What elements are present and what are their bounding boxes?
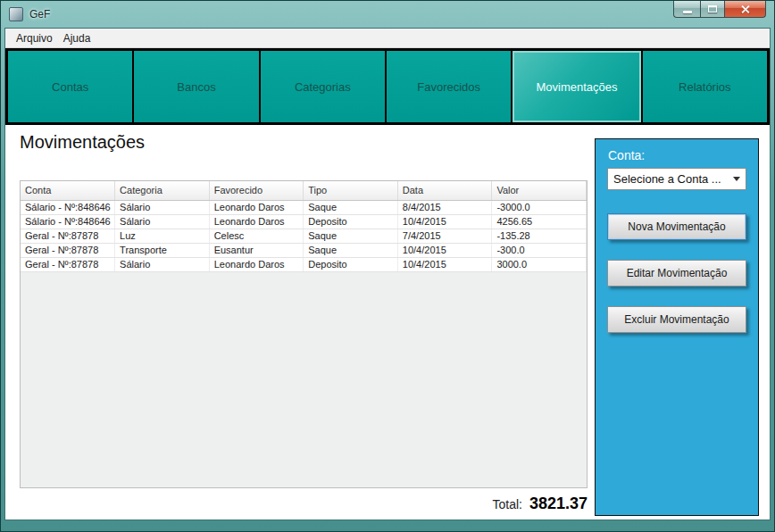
cell-conta: Sálario - Nº:848646: [21, 200, 115, 214]
tab-favorecidos[interactable]: Favorecidos: [387, 51, 511, 122]
cell-tipo: Deposito: [304, 214, 398, 229]
editar-movimentacao-button[interactable]: Editar Movimentação: [607, 260, 746, 287]
tab-bancos[interactable]: Bancos: [134, 51, 258, 122]
titlebar[interactable]: GeF: [1, 1, 774, 28]
col-header-conta[interactable]: Conta: [21, 181, 115, 200]
maximize-button[interactable]: [700, 1, 725, 18]
tab-categorias[interactable]: Categorias: [261, 51, 385, 122]
table-row[interactable]: Sálario - Nº:848646 Sálario Leonardo Dar…: [21, 200, 587, 214]
cell-categoria: Transporte: [115, 243, 210, 257]
client-area: Arquivo Ajuda Contas Bancos Categorias F…: [4, 28, 771, 520]
app-icon: [9, 7, 23, 21]
total-value: 3821.37: [529, 495, 588, 512]
cell-favorecido: Leonardo Daros: [209, 257, 304, 271]
cell-data: 10/4/2015: [397, 243, 492, 257]
main-content: Movimentações Conta Categoria Favorecido…: [5, 125, 770, 520]
nav-bar: Contas Bancos Categorias Favorecidos Mov…: [5, 48, 770, 125]
close-icon: [740, 4, 750, 14]
app-window: GeF Arquivo Ajuda Contas Bancos Categori…: [0, 0, 775, 532]
table-header-row: Conta Categoria Favorecido Tipo Data Val…: [21, 181, 587, 200]
nova-movimentacao-button[interactable]: Nova Movimentação: [607, 213, 746, 240]
tab-movimentacoes[interactable]: Movimentações: [512, 51, 640, 122]
cell-conta: Geral - Nº:87878: [21, 229, 115, 243]
cell-data: 10/4/2015: [397, 214, 492, 229]
cell-categoria: Sálario: [115, 257, 210, 271]
excluir-movimentacao-button[interactable]: Excluir Movimentação: [607, 306, 746, 333]
page-title: Movimentações: [20, 132, 145, 153]
chevron-down-icon: [733, 177, 740, 181]
conta-sidebar-panel: Conta: Selecione a Conta ... Nova Movime…: [595, 138, 759, 516]
tab-relatorios[interactable]: Relatórios: [643, 51, 767, 122]
conta-select[interactable]: Selecione a Conta ...: [607, 168, 746, 190]
cell-valor: 4256.65: [492, 214, 587, 229]
cell-categoria: Sálario: [115, 200, 210, 214]
table-row[interactable]: Sálario - Nº:848646 Sálario Leonardo Dar…: [21, 214, 587, 229]
col-header-data[interactable]: Data: [397, 181, 492, 200]
table-row[interactable]: Geral - Nº:87878 Luz Celesc Saque 7/4/20…: [21, 229, 587, 243]
movimentacoes-table-scrollpane: Conta Categoria Favorecido Tipo Data Val…: [20, 180, 588, 488]
cell-valor: -3000.0: [492, 200, 587, 214]
cell-categoria: Sálario: [115, 214, 210, 229]
minimize-icon: [683, 11, 692, 13]
window-title: GeF: [29, 8, 50, 21]
col-header-tipo[interactable]: Tipo: [304, 181, 398, 200]
cell-data: 8/4/2015: [397, 200, 492, 214]
menu-arquivo[interactable]: Arquivo: [11, 30, 58, 46]
cell-favorecido: Leonardo Daros: [209, 214, 304, 229]
cell-valor: -135.28: [492, 229, 587, 243]
minimize-button[interactable]: [673, 1, 700, 18]
cell-favorecido: Celesc: [209, 229, 304, 243]
cell-data: 10/4/2015: [397, 257, 492, 271]
menu-ajuda[interactable]: Ajuda: [58, 30, 96, 46]
cell-favorecido: Leonardo Daros: [209, 200, 304, 214]
cell-valor: 3000.0: [492, 257, 587, 271]
cell-valor: -300.0: [492, 243, 587, 257]
col-header-categoria[interactable]: Categoria: [115, 181, 210, 200]
conta-select-value: Selecione a Conta ...: [613, 172, 721, 186]
cell-tipo: Saque: [304, 200, 398, 214]
cell-categoria: Luz: [115, 229, 210, 243]
col-header-favorecido[interactable]: Favorecido: [209, 181, 304, 200]
movimentacoes-table: Conta Categoria Favorecido Tipo Data Val…: [21, 181, 587, 272]
cell-tipo: Saque: [304, 243, 398, 257]
cell-tipo: Deposito: [304, 257, 398, 271]
cell-tipo: Saque: [304, 229, 398, 243]
close-button[interactable]: [725, 1, 766, 18]
total-row: Total:3821.37: [20, 495, 588, 513]
table-row[interactable]: Geral - Nº:87878 Sálario Leonardo Daros …: [21, 257, 587, 271]
cell-favorecido: Eusantur: [209, 243, 304, 257]
cell-conta: Geral - Nº:87878: [21, 257, 115, 271]
tab-contas[interactable]: Contas: [8, 51, 132, 122]
total-label: Total:: [492, 497, 521, 511]
table-row[interactable]: Geral - Nº:87878 Transporte Eusantur Saq…: [21, 243, 587, 257]
maximize-icon: [708, 5, 717, 12]
window-controls: [673, 1, 766, 18]
cell-data: 7/4/2015: [397, 229, 492, 243]
cell-conta: Sálario - Nº:848646: [21, 214, 115, 229]
col-header-valor[interactable]: Valor: [492, 181, 587, 200]
cell-conta: Geral - Nº:87878: [21, 243, 115, 257]
conta-label: Conta:: [608, 148, 746, 162]
menubar: Arquivo Ajuda: [5, 29, 770, 48]
